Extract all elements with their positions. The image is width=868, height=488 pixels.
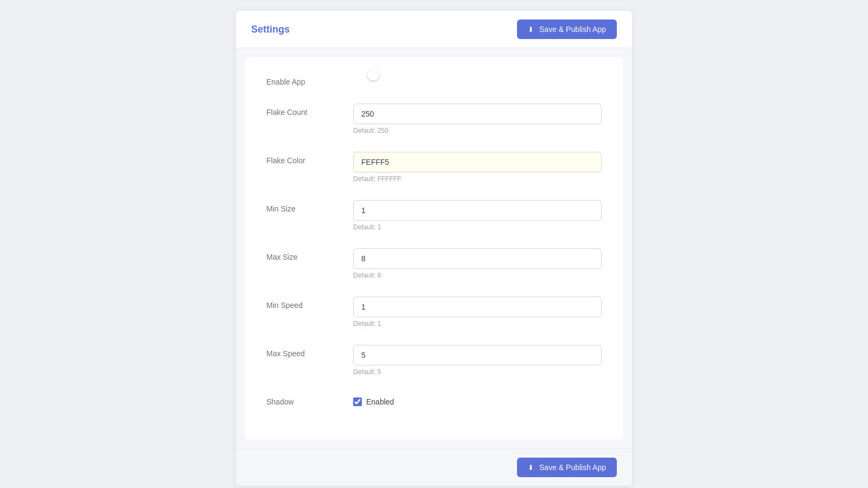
max-size-label: Max Size (266, 248, 353, 261)
download-icon-bottom (528, 463, 536, 472)
shadow-checkbox[interactable] (353, 397, 362, 406)
max-size-input[interactable] (353, 248, 602, 269)
header: Settings Save & Publish App (236, 11, 632, 48)
enable-app-row: Enable App (266, 73, 602, 86)
flake-color-control: Default: FFFFFF (353, 152, 602, 183)
shadow-row: Shadow Enabled (266, 393, 602, 406)
min-size-label: Min Size (266, 200, 353, 213)
shadow-checkbox-label: Enabled (366, 397, 394, 406)
max-speed-row: Max Speed Default: 5 (266, 345, 602, 376)
max-speed-hint: Default: 5 (353, 368, 602, 376)
flake-color-input[interactable] (353, 152, 602, 172)
content-area: Enable App Flake Count Default: 250 Flak… (245, 57, 623, 440)
flake-count-hint: Default: 250 (353, 127, 602, 134)
min-size-input[interactable] (353, 200, 602, 221)
flake-count-input[interactable] (353, 104, 602, 124)
flake-count-control: Default: 250 (353, 104, 602, 134)
min-size-hint: Default: 1 (353, 223, 602, 231)
enable-app-label: Enable App (266, 73, 353, 86)
min-speed-hint: Default: 1 (353, 320, 602, 328)
flake-color-row: Flake Color Default: FFFFFF (266, 152, 602, 183)
save-publish-button-top[interactable]: Save & Publish App (517, 20, 617, 39)
toggle-thumb (367, 69, 379, 81)
settings-page: Settings Save & Publish App Enable App F… (236, 11, 632, 486)
max-speed-input[interactable] (353, 345, 602, 365)
min-speed-input[interactable] (353, 297, 602, 317)
download-icon-top (528, 25, 536, 34)
min-size-control: Default: 1 (353, 200, 602, 231)
save-publish-label-bottom: Save & Publish App (539, 463, 606, 472)
page-title: Settings (251, 24, 290, 35)
footer: Save & Publish App (236, 448, 632, 486)
shadow-checkbox-wrapper: Enabled (353, 393, 602, 406)
max-speed-control: Default: 5 (353, 345, 602, 376)
min-speed-row: Min Speed Default: 1 (266, 297, 602, 328)
min-speed-control: Default: 1 (353, 297, 602, 328)
min-size-row: Min Size Default: 1 (266, 200, 602, 231)
flake-count-row: Flake Count Default: 250 (266, 104, 602, 134)
shadow-control: Enabled (353, 393, 602, 406)
flake-count-label: Flake Count (266, 104, 353, 117)
enable-app-control (353, 73, 602, 83)
max-size-hint: Default: 8 (353, 272, 602, 279)
flake-color-label: Flake Color (266, 152, 353, 165)
flake-color-hint: Default: FFFFFF (353, 175, 602, 183)
save-publish-button-bottom[interactable]: Save & Publish App (517, 458, 617, 477)
max-size-row: Max Size Default: 8 (266, 248, 602, 279)
max-size-control: Default: 8 (353, 248, 602, 279)
max-speed-label: Max Speed (266, 345, 353, 358)
shadow-label: Shadow (266, 393, 353, 406)
save-publish-label-top: Save & Publish App (539, 25, 606, 34)
min-speed-label: Min Speed (266, 297, 353, 310)
